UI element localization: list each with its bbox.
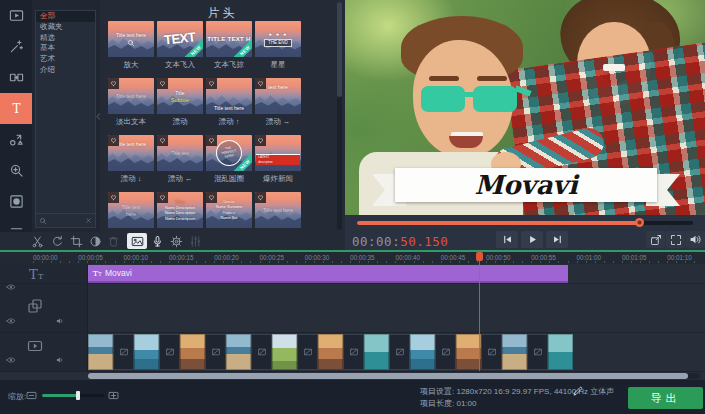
favorite-heart-icon[interactable] xyxy=(157,135,168,146)
close-icon[interactable] xyxy=(85,217,92,224)
tool-titles[interactable]: T xyxy=(0,93,32,124)
category-item-4[interactable]: 艺术 xyxy=(36,54,95,65)
export-button[interactable]: 导出 xyxy=(628,387,703,409)
favorite-heart-icon[interactable] xyxy=(206,78,217,89)
title-template-12[interactable]: Title texthere xyxy=(108,192,154,232)
play-button[interactable] xyxy=(521,231,543,248)
transition-8[interactable] xyxy=(481,334,502,370)
favorite-heart-icon[interactable] xyxy=(255,78,266,89)
transition-1[interactable] xyxy=(159,334,180,370)
video-clip-9[interactable] xyxy=(502,334,527,370)
favorite-heart-icon[interactable] xyxy=(108,135,119,146)
favorite-heart-icon[interactable] xyxy=(108,192,119,203)
seek-handle[interactable] xyxy=(635,218,644,227)
title-template-14[interactable]: DirectorName SurnameProducerName Sur xyxy=(206,192,252,232)
next-frame-button[interactable] xyxy=(546,231,568,248)
favorite-heart-icon[interactable] xyxy=(206,192,217,203)
previous-frame-button[interactable] xyxy=(496,231,518,248)
transition-6[interactable] xyxy=(389,334,410,370)
category-item-1[interactable]: 收藏夹 xyxy=(36,22,95,33)
tool-mask[interactable] xyxy=(0,186,32,217)
title-template-9[interactable]: Title tex漂动 ← xyxy=(157,135,203,192)
video-clip-6[interactable] xyxy=(364,334,389,370)
video-clip-2[interactable] xyxy=(180,334,205,370)
title-template-thumbnail: text here xyxy=(255,78,301,114)
preview-pane[interactable]: Movavi xyxy=(345,0,705,215)
video-clip-1[interactable] xyxy=(134,334,159,370)
transition-5[interactable] xyxy=(343,334,364,370)
tool-callouts[interactable] xyxy=(0,124,32,155)
split-clip-button[interactable] xyxy=(29,233,45,249)
zoom-in-button[interactable] xyxy=(108,390,119,401)
titles-scrollbar[interactable] xyxy=(337,2,342,230)
category-item-5[interactable]: 介绍 xyxy=(36,65,95,76)
title-track-visibility-eye-icon[interactable] xyxy=(6,282,16,292)
fullscreen-button[interactable] xyxy=(666,231,685,248)
tool-filters[interactable] xyxy=(0,31,32,62)
title-template-4[interactable]: Title text here淡出文本 xyxy=(108,78,154,135)
title-clip[interactable]: TT Movavi xyxy=(88,265,568,283)
title-template-5[interactable]: TitleSubtitle漂动 xyxy=(157,78,203,135)
transition-4[interactable] xyxy=(297,334,318,370)
title-template-1[interactable]: TEXTNEW文本飞入 xyxy=(157,21,203,78)
title-template-8[interactable]: Title text here漂动 ↓ xyxy=(108,135,154,192)
favorite-heart-icon[interactable] xyxy=(157,192,168,203)
rotate-button[interactable] xyxy=(49,233,65,249)
title-template-6[interactable]: Title text here漂动 ↑ xyxy=(206,78,252,135)
video-track-mute-speaker-icon[interactable] xyxy=(55,355,65,365)
video-clip-3[interactable] xyxy=(226,334,251,370)
title-template-13[interactable]: TitleName DescriptionName DescriptionNam… xyxy=(157,192,203,232)
volume-button[interactable] xyxy=(686,231,705,248)
timeline-ruler[interactable]: 00:00:0000:00:0500:00:1000:00:1500:00:20… xyxy=(0,252,705,264)
ruler-minor-tick xyxy=(495,261,496,263)
seek-bar[interactable] xyxy=(357,221,693,225)
detach-player-button[interactable] xyxy=(646,231,665,248)
timeline-scrollbar-thumb[interactable] xyxy=(88,373,688,379)
transition-2[interactable] xyxy=(205,334,226,370)
title-template-0[interactable]: Title text here放大 xyxy=(108,21,154,78)
tool-transitions[interactable] xyxy=(0,62,32,93)
favorite-heart-icon[interactable] xyxy=(108,78,119,89)
overlay-track-visibility-eye-icon[interactable] xyxy=(6,316,16,326)
title-template-15[interactable]: Title text here xyxy=(255,192,301,232)
title-template-10[interactable]: THEPERFECTINTRONEW混乱圆圈 xyxy=(206,135,252,192)
zoom-out-button[interactable] xyxy=(26,390,37,401)
favorite-heart-icon[interactable] xyxy=(206,135,217,146)
title-template-7[interactable]: text here漂动 → xyxy=(255,78,301,135)
transition-7[interactable] xyxy=(435,334,456,370)
video-track-visibility-eye-icon[interactable] xyxy=(6,355,16,365)
transition-3[interactable] xyxy=(251,334,272,370)
timeline-scrollbar[interactable] xyxy=(88,373,700,379)
category-item-0[interactable]: 全部 xyxy=(36,11,95,22)
favorite-heart-icon[interactable] xyxy=(255,192,266,203)
video-clip-10[interactable] xyxy=(548,334,573,370)
video-clip-4[interactable] xyxy=(272,334,297,370)
category-item-2[interactable]: 精选 xyxy=(36,33,95,44)
add-image-button[interactable] xyxy=(127,233,147,249)
tool-media[interactable] xyxy=(0,0,32,31)
title-template-3[interactable]: ★ ★ ★THE END星星 xyxy=(255,21,301,78)
title-template-11[interactable]: LATESTdescription爆炸新闻 xyxy=(255,135,301,192)
title-template-2[interactable]: TITLE TEXT HNEW文本飞掠 xyxy=(206,21,252,78)
video-clip-8[interactable] xyxy=(456,334,481,370)
record-audio-button[interactable] xyxy=(149,233,165,249)
crop-button[interactable] xyxy=(68,233,84,249)
favorite-heart-icon[interactable] xyxy=(157,78,168,89)
video-clip-5[interactable] xyxy=(318,334,343,370)
transition-0[interactable] xyxy=(113,334,134,370)
zoom-slider[interactable] xyxy=(42,394,104,397)
overlay-track-mute-speaker-icon[interactable] xyxy=(55,316,65,326)
video-clip-7[interactable] xyxy=(410,334,435,370)
category-search-bar[interactable] xyxy=(36,213,95,227)
settings-button[interactable] xyxy=(168,233,184,249)
tool-pan-zoom[interactable] xyxy=(0,155,32,186)
video-clip-0[interactable] xyxy=(88,334,113,370)
titles-scrollbar-thumb[interactable] xyxy=(337,2,342,97)
zoom-slider-handle[interactable] xyxy=(76,391,80,400)
heart-icon xyxy=(208,80,215,87)
color-adjust-button[interactable] xyxy=(87,233,103,249)
edit-settings-pencil-icon[interactable] xyxy=(572,385,584,397)
category-item-3[interactable]: 基本 xyxy=(36,43,95,54)
transition-9[interactable] xyxy=(527,334,548,370)
favorite-heart-icon[interactable] xyxy=(255,135,266,146)
